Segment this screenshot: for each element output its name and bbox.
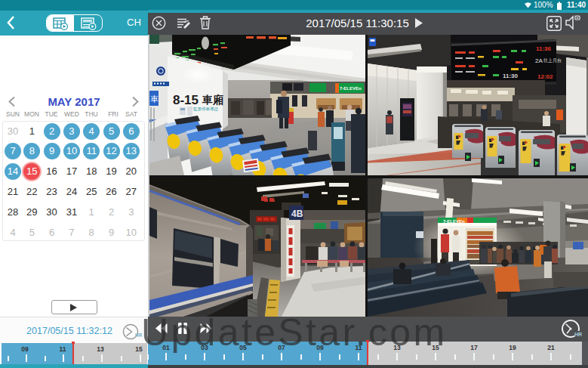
svg-text:7-ELEVEn: 7-ELEVEn	[443, 219, 465, 224]
svg-text:監票停車導證: 監票停車導證	[193, 107, 219, 112]
svg-text:車: 車	[150, 94, 159, 104]
svg-text:11:36: 11:36	[536, 45, 552, 52]
svg-text:車廂: 車廂	[202, 94, 223, 106]
svg-text:11:30: 11:30	[503, 73, 519, 79]
svg-text:2A: 2A	[535, 57, 543, 64]
svg-text:4B: 4B	[291, 209, 303, 219]
svg-text:12:02: 12:02	[537, 73, 553, 80]
svg-text:8-15: 8-15	[173, 93, 199, 107]
svg-text:7-ELEVEn: 7-ELEVEn	[340, 86, 362, 91]
svg-text:往上月台: 往上月台	[543, 58, 562, 63]
